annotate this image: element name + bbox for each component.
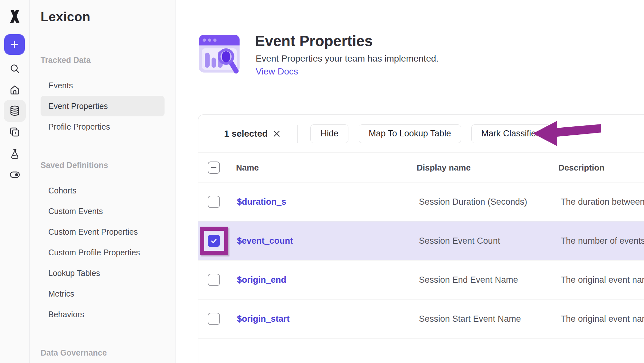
sidebar-item-cohorts[interactable]: Cohorts: [41, 180, 165, 201]
feature-flags-toggle-icon[interactable]: [9, 169, 20, 180]
sidebar-item-custom-event-properties[interactable]: Custom Event Properties: [41, 221, 165, 242]
experiments-flask-icon[interactable]: [9, 148, 20, 159]
event-properties-illustration-icon: [196, 30, 242, 76]
mark-classified-button[interactable]: Mark Classified: [471, 124, 551, 143]
row-checkbox[interactable]: [208, 313, 220, 325]
description-cell: The original event name: [561, 314, 644, 324]
clear-selection-icon[interactable]: [273, 130, 280, 138]
data-management-icon[interactable]: [9, 105, 21, 117]
description-cell: The duration between: [561, 197, 644, 207]
property-name-link[interactable]: $event_count: [237, 236, 293, 246]
sidebar-item-behaviors[interactable]: Behaviors: [41, 304, 165, 325]
sidebar-rail-active-pill: [4, 100, 26, 122]
property-name-link[interactable]: $origin_end: [237, 275, 286, 285]
home-icon[interactable]: [9, 84, 20, 95]
plus-icon: [9, 39, 20, 50]
create-plus-button[interactable]: [4, 34, 25, 55]
description-cell: The original event name: [561, 275, 644, 285]
toolbar-divider: [297, 125, 298, 143]
row-checkbox-checked[interactable]: [208, 235, 220, 247]
section-label-saved-definitions: Saved Definitions: [41, 156, 175, 174]
boards-icon[interactable]: [9, 127, 20, 138]
sidebar-item-custom-profile-properties[interactable]: Custom Profile Properties: [41, 242, 165, 263]
column-header-display-name: Display name: [417, 162, 471, 172]
table-header-row: Name Display name Description: [198, 153, 644, 182]
lexicon-sidebar: Lexicon Tracked Data Events Event Proper…: [30, 0, 175, 363]
sidebar-item-metrics[interactable]: Metrics: [41, 283, 165, 304]
selection-toolbar: 1 selected Hide Map To Lookup Table Mark…: [198, 115, 644, 153]
selected-count-label: 1 selected: [224, 129, 268, 139]
map-to-lookup-table-button[interactable]: Map To Lookup Table: [359, 124, 461, 143]
section-label-tracked-data: Tracked Data: [41, 51, 175, 69]
icon-rail: [0, 0, 30, 363]
event-properties-table-card: 1 selected Hide Map To Lookup Table Mark…: [198, 114, 644, 363]
column-header-name: Name: [236, 162, 259, 172]
view-docs-link[interactable]: View Docs: [256, 66, 298, 77]
select-all-checkbox[interactable]: [208, 162, 220, 174]
sidebar-item-lookup-tables[interactable]: Lookup Tables: [41, 263, 165, 283]
mixpanel-logo-icon[interactable]: [7, 8, 23, 25]
row-checkbox[interactable]: [208, 274, 220, 286]
hide-button[interactable]: Hide: [310, 124, 348, 143]
section-label-data-governance: Data Governance: [41, 344, 175, 361]
display-name-cell: Session Event Count: [419, 236, 500, 246]
table-row-origin-end[interactable]: $origin_end Session End Event Name The o…: [198, 260, 644, 299]
column-header-description: Description: [558, 162, 604, 172]
sidebar-title: Lexicon: [41, 10, 175, 24]
page-subtitle: Event Properties your team has implement…: [256, 54, 439, 64]
table-row-event-count[interactable]: $event_count Session Event Count The num…: [198, 221, 644, 260]
display-name-cell: Session Duration (Seconds): [419, 197, 527, 207]
table-row-origin-start[interactable]: $origin_start Session Start Event Name T…: [198, 299, 644, 338]
table-row-duration-s[interactable]: $duration_s Session Duration (Seconds) T…: [198, 182, 644, 221]
sidebar-item-event-properties[interactable]: Event Properties: [41, 96, 165, 116]
sidebar-item-profile-properties[interactable]: Profile Properties: [41, 116, 165, 137]
display-name-cell: Session Start Event Name: [419, 314, 521, 324]
page-title: Event Properties: [255, 32, 373, 50]
check-icon: [210, 237, 218, 245]
search-icon[interactable]: [9, 63, 20, 74]
display-name-cell: Session End Event Name: [419, 275, 518, 285]
description-cell: The number of events: [561, 236, 644, 246]
property-name-link[interactable]: $origin_start: [237, 314, 290, 324]
row-checkbox[interactable]: [208, 196, 220, 208]
property-name-link[interactable]: $duration_s: [237, 197, 286, 207]
sidebar-item-custom-events[interactable]: Custom Events: [41, 201, 165, 221]
sidebar-item-events[interactable]: Events: [41, 75, 165, 96]
